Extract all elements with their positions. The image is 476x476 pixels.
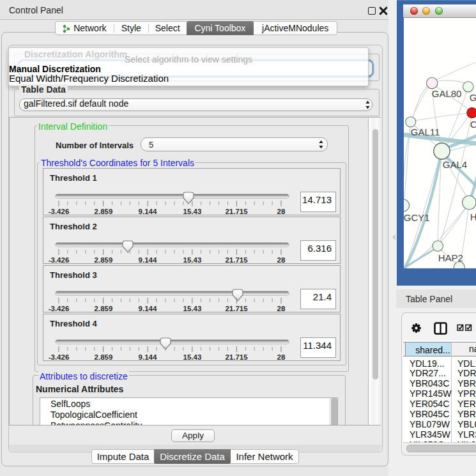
svg-text:GAL11: GAL11	[410, 127, 440, 137]
svg-text:GCY1: GCY1	[404, 212, 430, 223]
svg-text:HAP2: HAP2	[438, 252, 463, 263]
svg-text:H: H	[470, 211, 476, 222]
svg-text:GA: GA	[469, 92, 476, 103]
svg-text:C: C	[470, 119, 476, 130]
svg-text:GAL4: GAL4	[442, 159, 466, 170]
svg-text:GAL80: GAL80	[431, 88, 461, 99]
